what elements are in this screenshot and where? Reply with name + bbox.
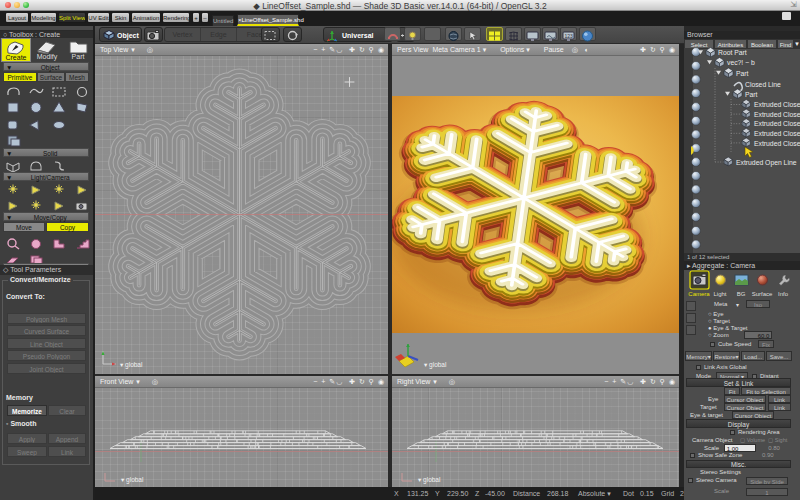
- svg-text:▾ global: ▾ global: [120, 361, 143, 369]
- svg-text:123: 123: [564, 33, 573, 39]
- svg-text:Universal: Universal: [342, 32, 374, 39]
- svg-text:Root Part: Root Part: [718, 49, 747, 56]
- svg-text:▾ global: ▾ global: [424, 361, 447, 369]
- svg-text:Extruded Closed: Extruded Closed: [754, 120, 800, 127]
- svg-text:Part: Part: [745, 91, 758, 98]
- svg-text:Extruded Closed: Extruded Closed: [754, 140, 800, 147]
- svg-text:Object: Object: [117, 32, 139, 40]
- svg-text:Extruded Closed: Extruded Closed: [754, 111, 800, 118]
- svg-text:vec?! ~ b: vec?! ~ b: [727, 59, 755, 66]
- svg-text:Part: Part: [736, 70, 749, 77]
- svg-text:Extruded Closed: Extruded Closed: [754, 130, 800, 137]
- svg-text:Closed Line: Closed Line: [745, 81, 781, 88]
- svg-text:Extruded Closed: Extruded Closed: [754, 101, 800, 108]
- svg-text:Extruded Open Line: Extruded Open Line: [736, 159, 797, 167]
